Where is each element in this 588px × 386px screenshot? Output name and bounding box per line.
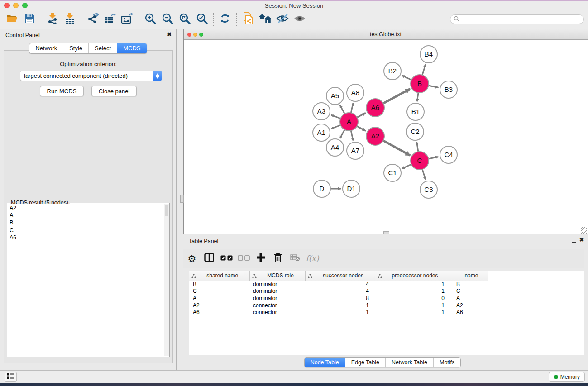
table-cell[interactable]: 8 xyxy=(305,295,375,302)
graph-node-C2[interactable]: C2 xyxy=(406,123,424,140)
deselect-all-button[interactable] xyxy=(235,251,252,266)
mcds-list-scrollbar[interactable] xyxy=(164,204,169,356)
tab-network-table[interactable]: Network Table xyxy=(385,358,433,367)
graph-node-D1[interactable]: D1 xyxy=(343,180,360,197)
delete-table-button[interactable] xyxy=(287,251,304,266)
table-row[interactable]: Bdominator41B xyxy=(189,281,488,288)
import-table-button[interactable] xyxy=(61,12,78,27)
table-cell[interactable]: 1 xyxy=(305,309,375,316)
graph-node-C3[interactable]: C3 xyxy=(420,181,437,198)
tab-select[interactable]: Select xyxy=(88,43,117,53)
table-cell[interactable]: B xyxy=(189,281,249,288)
export-network-button[interactable] xyxy=(84,12,101,27)
graph-edge-B-B4[interactable] xyxy=(422,64,425,75)
duplicate-network-button[interactable] xyxy=(239,12,257,27)
table-cell[interactable]: dominator xyxy=(249,295,305,302)
tab-edge-table[interactable]: Edge Table xyxy=(345,358,385,367)
column-header-successor-nodes[interactable]: successor nodes xyxy=(305,271,375,281)
select-all-button[interactable] xyxy=(218,251,235,266)
mcds-result-item[interactable]: A2 xyxy=(10,205,164,212)
zoom-in-button[interactable] xyxy=(142,12,159,27)
graph-node-B4[interactable]: B4 xyxy=(420,46,437,63)
float-table-panel-icon[interactable] xyxy=(572,238,576,243)
network-canvas[interactable]: B4B2BB3A8A5A6A3B1AA1C2A2A4A7CC4C1C3DD1 xyxy=(184,40,588,234)
apply-layout-button[interactable] xyxy=(216,12,234,27)
table-row[interactable]: A6connector11A6 xyxy=(189,309,488,316)
mcds-result-item[interactable]: A xyxy=(10,212,164,219)
graph-node-C[interactable]: C xyxy=(411,152,429,170)
column-header-predecessor-nodes[interactable]: predecessor nodes xyxy=(375,271,449,281)
column-header-MCDS-role[interactable]: MCDS role xyxy=(249,271,305,281)
hide-selection-button[interactable] xyxy=(274,12,291,27)
search-field[interactable] xyxy=(450,14,584,24)
task-history-button[interactable] xyxy=(5,372,17,382)
table-cell[interactable]: connector xyxy=(249,309,305,316)
table-cell[interactable]: A6 xyxy=(189,309,249,316)
graph-node-A8[interactable]: A8 xyxy=(347,84,364,101)
table-cell[interactable]: A xyxy=(189,295,249,302)
column-header-name[interactable]: name xyxy=(449,271,488,281)
save-session-button[interactable] xyxy=(21,12,38,27)
tab-node-table[interactable]: Node Table xyxy=(305,358,345,367)
graph-node-A3[interactable]: A3 xyxy=(313,103,330,120)
table-row[interactable]: A2connector11A2 xyxy=(189,302,488,309)
export-table-button[interactable] xyxy=(101,12,119,27)
tab-motifs[interactable]: Motifs xyxy=(433,358,460,367)
tab-style[interactable]: Style xyxy=(63,43,88,53)
graph-node-A6[interactable]: A6 xyxy=(366,99,384,117)
close-panel-button[interactable]: Close panel xyxy=(91,86,137,96)
tab-mcds[interactable]: MCDS xyxy=(117,43,146,53)
table-cell[interactable]: connector xyxy=(249,302,305,309)
graph-edge-B-B2[interactable] xyxy=(402,76,411,80)
open-session-button[interactable] xyxy=(4,12,21,27)
tab-network[interactable]: Network xyxy=(29,43,63,53)
graph-edge-A-A2[interactable] xyxy=(357,126,366,131)
graph-node-A7[interactable]: A7 xyxy=(347,142,364,159)
graph-edge-A-A1[interactable] xyxy=(331,125,340,129)
close-window-button[interactable] xyxy=(4,3,10,8)
horizontal-scrollbar-thumb[interactable] xyxy=(383,231,389,234)
table-cell[interactable]: C xyxy=(449,288,488,295)
graph-node-D[interactable]: D xyxy=(313,180,330,197)
run-mcds-button[interactable]: Run MCDS xyxy=(40,86,84,96)
memory-button[interactable]: Memory xyxy=(549,372,585,382)
function-builder-button[interactable]: f(x) xyxy=(304,251,321,266)
table-row[interactable]: Cdominator41C xyxy=(189,288,488,295)
import-network-button[interactable] xyxy=(44,12,61,27)
zoom-window-button[interactable] xyxy=(22,3,28,8)
resize-grip-icon[interactable] xyxy=(581,227,587,234)
delete-column-button[interactable] xyxy=(269,251,287,266)
graph-edge-C-C1[interactable] xyxy=(402,164,411,168)
close-table-panel-icon[interactable]: ✖ xyxy=(579,237,584,243)
table-cell[interactable]: 0 xyxy=(375,295,449,302)
export-image-button[interactable] xyxy=(119,12,136,27)
graph-edge-A-A6[interactable] xyxy=(357,113,366,117)
graph-edge-B-B3[interactable] xyxy=(429,86,439,87)
table-cell[interactable]: A xyxy=(449,295,488,302)
graph-edge-C-C3[interactable] xyxy=(422,169,425,180)
table-cell[interactable]: dominator xyxy=(249,288,305,295)
graph-node-A4[interactable]: A4 xyxy=(326,139,344,156)
graph-edge-A6-B[interactable] xyxy=(383,89,410,103)
minimize-network-button[interactable] xyxy=(193,33,197,37)
zoom-network-button[interactable] xyxy=(199,33,203,37)
table-cell[interactable]: 1 xyxy=(305,302,375,309)
table-cell[interactable]: 4 xyxy=(305,288,375,295)
graph-node-C4[interactable]: C4 xyxy=(440,146,457,163)
show-hidden-button[interactable] xyxy=(291,12,308,27)
column-visibility-button[interactable] xyxy=(201,251,218,266)
graph-edge-C-C2[interactable] xyxy=(417,142,418,152)
table-cell[interactable]: 1 xyxy=(375,281,449,288)
graph-edge-A-A4[interactable] xyxy=(340,130,344,138)
graph-edge-C-C4[interactable] xyxy=(429,157,439,159)
table-cell[interactable]: A2 xyxy=(449,302,488,309)
float-panel-icon[interactable] xyxy=(159,33,163,37)
minimize-window-button[interactable] xyxy=(13,3,19,8)
mcds-result-item[interactable]: C xyxy=(10,227,164,234)
graph-edge-B-B1[interactable] xyxy=(417,93,418,101)
graph-edge-A-A5[interactable] xyxy=(340,105,344,114)
graph-node-B2[interactable]: B2 xyxy=(384,62,401,80)
graph-edge-A2-C[interactable] xyxy=(383,141,410,156)
table-cell[interactable]: 1 xyxy=(375,288,449,295)
graph-edge-A-A8[interactable] xyxy=(351,103,353,113)
